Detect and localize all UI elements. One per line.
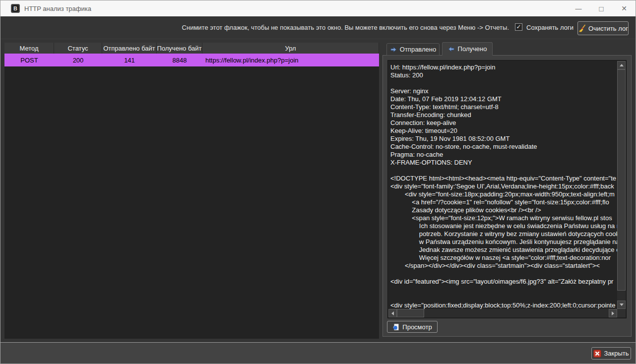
- column-header-method[interactable]: Метод: [4, 43, 54, 54]
- scroll-up-button[interactable]: [617, 61, 626, 69]
- cell-method: POST: [4, 54, 54, 66]
- clear-log-button[interactable]: Очистить лог: [577, 21, 629, 35]
- tab-sent-label: Отправлено: [400, 46, 436, 53]
- maximize-button[interactable]: □: [590, 0, 613, 16]
- app-icon-letter: B: [13, 5, 17, 11]
- response-content: Url: https://fellow.pl/index.php?p=joinS…: [388, 61, 617, 309]
- close-icon: ✕: [621, 4, 627, 12]
- scroll-left-button[interactable]: [388, 309, 397, 317]
- response-line: [390, 294, 617, 302]
- minimize-icon: —: [575, 5, 582, 12]
- vertical-scrollbar-thumb[interactable]: [617, 69, 626, 291]
- broom-icon: [578, 24, 586, 32]
- response-viewer[interactable]: Url: https://fellow.pl/index.php?p=joinS…: [387, 60, 627, 318]
- column-header-url[interactable]: Урл: [202, 43, 379, 54]
- column-header-received-bytes[interactable]: Получено байт: [157, 43, 202, 54]
- response-line: [390, 270, 617, 278]
- response-line: Expires: Thu, 19 Nov 1981 08:52:00 GMT: [390, 135, 617, 143]
- response-line: Connection: keep-alive: [390, 119, 617, 127]
- cell-status: 200: [54, 54, 102, 66]
- response-line: X-FRAME-OPTIONS: DENY: [390, 159, 617, 167]
- close-window-button[interactable]: ✕: [613, 0, 636, 16]
- response-line: Cache-Control: no-store, no-cache, must-…: [390, 143, 617, 151]
- tab-received[interactable]: Получено: [442, 42, 493, 56]
- footer: Закрыть: [0, 343, 636, 364]
- clear-log-label: Очистить лог: [588, 25, 628, 32]
- window-controls: — □ ✕: [567, 0, 636, 16]
- response-line: [390, 167, 617, 175]
- check-icon: ✓: [516, 23, 521, 30]
- response-line: Pragma: no-cache: [390, 151, 617, 159]
- horizontal-scrollbar-thumb[interactable]: [397, 309, 424, 317]
- response-line: <div id="featured"><img src="layout/oima…: [390, 278, 617, 286]
- close-dialog-button[interactable]: Закрыть: [591, 347, 631, 360]
- response-line: <span style="font-size:12px;">W ramach w…: [390, 214, 617, 222]
- response-line: Url: https://fellow.pl/index.php?p=join: [390, 63, 617, 71]
- response-line: </span></div></div><div class="startmain…: [390, 262, 617, 270]
- response-line: Date: Thu, 07 Feb 2019 12:04:12 GMT: [390, 95, 617, 103]
- app-icon: B: [11, 4, 20, 13]
- scrollbar-corner: [617, 309, 626, 317]
- traffic-table: Метод Статус Отправлено байт Получено ба…: [4, 43, 379, 339]
- horizontal-scrollbar[interactable]: [388, 309, 617, 317]
- page-preview-icon: [392, 323, 400, 331]
- response-line: Status: 200: [390, 71, 617, 79]
- triangle-up-icon: [620, 64, 624, 66]
- app-window: B HTTP анализ трафика — □ ✕ Снимите этот…: [0, 0, 636, 364]
- arrow-left-icon: [448, 46, 455, 53]
- save-logs-checkbox[interactable]: ✓: [515, 23, 522, 31]
- response-line: Transfer-Encoding: chunked: [390, 111, 617, 119]
- cell-sent-bytes: 141: [102, 54, 157, 66]
- cell-received-bytes: 8848: [157, 54, 202, 66]
- arrow-right-icon: [390, 46, 397, 53]
- preview-button[interactable]: Просмотр: [387, 321, 438, 333]
- tab-received-label: Получено: [458, 45, 487, 53]
- response-line: Server: nginx: [390, 87, 617, 95]
- minimize-button[interactable]: —: [567, 0, 590, 16]
- column-header-status[interactable]: Статус: [54, 43, 102, 54]
- maximize-icon: □: [599, 4, 603, 13]
- table-row-selected[interactable]: POST 200 141 8848 https://fellow.pl/inde…: [4, 54, 379, 66]
- close-dialog-label: Закрыть: [604, 350, 629, 357]
- red-x-icon: [593, 350, 601, 358]
- triangle-left-icon: [391, 311, 394, 315]
- window-title: HTTP анализ трафика: [24, 5, 91, 12]
- toolbar: Снимите этот флажок, чтобы не показывать…: [0, 16, 636, 39]
- response-line: [390, 79, 617, 87]
- hint-message: Снимите этот флажок, чтобы не показывать…: [182, 24, 509, 31]
- titlebar: B HTTP анализ трафика — □ ✕: [0, 0, 636, 16]
- response-line: [390, 286, 617, 294]
- response-line: <div style="font-family:'Segoe UI',Arial…: [390, 182, 617, 190]
- response-line: Jednak zawsze możesz zmienić ustawienia …: [390, 246, 617, 254]
- response-line: potrzeb. Korzystanie z witryny bez zmian…: [390, 230, 617, 238]
- response-line: Więcej szczegółów w naszej <a style="col…: [390, 254, 617, 262]
- scroll-down-button[interactable]: [617, 301, 626, 309]
- save-logs-label: Сохранять логи: [526, 24, 573, 31]
- cell-url: https://fellow.pl/index.php?p=join: [202, 54, 379, 66]
- response-line: <a href="/?cookie=1" rel="nofollow" styl…: [390, 198, 617, 206]
- response-line: Ich stosowanie jest niezbędne w celu świ…: [390, 222, 617, 230]
- triangle-right-icon: [612, 311, 614, 315]
- triangle-down-icon: [620, 303, 624, 306]
- response-line: Zasady dotyczące plików cookies<br /><br…: [390, 206, 617, 214]
- response-line: Content-Type: text/html; charset=utf-8: [390, 103, 617, 111]
- response-line: <!DOCTYPE html><html><head><meta http-eq…: [390, 175, 617, 182]
- response-line: w Państwa urządzeniu końcowym. Jeśli kon…: [390, 238, 617, 246]
- column-header-sent-bytes[interactable]: Отправлено байт: [102, 43, 157, 54]
- table-header: Метод Статус Отправлено байт Получено ба…: [4, 43, 379, 54]
- response-line: <div style="position:fixed;display:block…: [390, 302, 617, 309]
- response-line: <div style="font-size:18px;padding:20px;…: [390, 190, 617, 198]
- tab-sent[interactable]: Отправлено: [386, 43, 440, 56]
- vertical-scrollbar[interactable]: [617, 61, 626, 309]
- scroll-right-button[interactable]: [609, 309, 617, 317]
- response-line: Keep-Alive: timeout=20: [390, 127, 617, 135]
- preview-button-label: Просмотр: [402, 323, 432, 331]
